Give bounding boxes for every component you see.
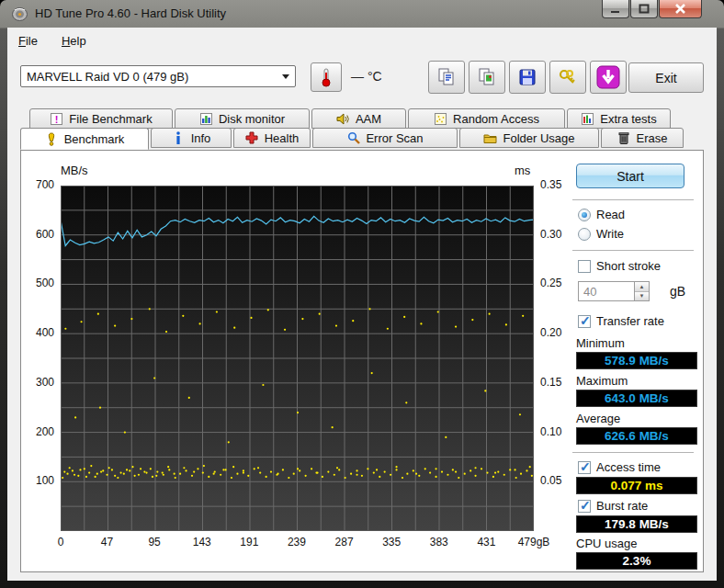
separator	[572, 250, 694, 251]
tick-label: 100	[36, 474, 54, 487]
size-input[interactable]: 40	[578, 281, 635, 301]
copy-text-icon	[436, 67, 457, 87]
tick-label: 383	[430, 536, 448, 548]
save-button[interactable]	[509, 61, 546, 94]
controls-column: Start Read Write Short stroke 40	[572, 151, 701, 571]
title-bar[interactable]: HD Tune Pro 4.60 - Hard Disk Utility	[0, 0, 724, 28]
maximize-button[interactable]	[630, 0, 658, 18]
tab-file-benchmark[interactable]: ! File Benchmark	[29, 108, 173, 129]
spinner-buttons[interactable]: ▲ ▼	[635, 281, 650, 301]
tab-aam[interactable]: AAM	[311, 108, 406, 129]
health-cross-icon	[245, 131, 259, 145]
cpu-usage-value: 2.3%	[576, 552, 697, 570]
tick-label: 0.20	[540, 326, 561, 339]
tick-label: 600	[36, 228, 54, 241]
tab-label: Health	[265, 131, 300, 145]
tick-label: 47	[101, 536, 113, 548]
tab-disk-monitor[interactable]: Disk monitor	[175, 108, 310, 129]
temperature-readout: — °C	[351, 69, 382, 84]
menu-item-file[interactable]: File	[18, 34, 38, 48]
tab-strip: ! File Benchmark Disk monitor AAM	[7, 108, 717, 151]
cpu-usage-label: CPU usage	[576, 537, 637, 550]
tab-label: Random Access	[453, 112, 539, 126]
trash-icon	[617, 131, 631, 145]
y-left-axis-title: MB/s	[61, 164, 88, 177]
random-access-icon	[434, 112, 447, 126]
average-value: 626.6 MB/s	[576, 427, 697, 445]
access-time-checkbox[interactable]: Access time	[578, 460, 661, 474]
tick-label: 287	[335, 536, 354, 548]
screenshot-button[interactable]	[590, 61, 627, 94]
copy-image-icon	[477, 67, 497, 87]
copy-image-button[interactable]	[469, 61, 505, 94]
tab-info[interactable]: Info	[151, 128, 232, 148]
checkbox-checked-icon	[578, 315, 591, 328]
tick-label: 0.15	[540, 376, 561, 389]
exit-label: Exit	[655, 71, 676, 85]
tab-label: AAM	[356, 112, 381, 126]
burst-rate-checkbox[interactable]: Burst rate	[578, 499, 648, 513]
read-label: Read	[596, 208, 625, 221]
start-button[interactable]: Start	[576, 164, 684, 188]
maximum-label: Maximum	[576, 374, 628, 388]
write-radio[interactable]: Write	[578, 227, 624, 241]
tab-health[interactable]: Health	[233, 128, 311, 148]
transfer-rate-label: Transfer rate	[596, 314, 664, 328]
temperature-button[interactable]	[311, 62, 342, 92]
file-benchmark-icon: !	[50, 112, 63, 126]
minimize-button[interactable]	[602, 0, 629, 18]
short-stroke-checkbox[interactable]: Short stroke	[578, 259, 661, 273]
tab-extra-tests[interactable]: Extra tests	[567, 108, 671, 129]
svg-text:!: !	[55, 113, 59, 124]
separator	[572, 452, 694, 453]
info-icon	[172, 131, 186, 145]
read-radio[interactable]: Read	[578, 208, 625, 221]
transfer-rate-checkbox[interactable]: Transfer rate	[578, 314, 664, 328]
options-button[interactable]	[549, 61, 586, 94]
minimum-label: Minimum	[576, 336, 625, 350]
tab-label: File Benchmark	[69, 112, 152, 126]
checkbox-icon	[578, 260, 591, 273]
options-keys-icon	[558, 67, 578, 87]
tab-label: Disk monitor	[219, 112, 285, 126]
write-label: Write	[596, 227, 624, 241]
tick-label: 700	[36, 178, 54, 191]
tab-random-access[interactable]: Random Access	[408, 108, 565, 129]
copy-text-button[interactable]	[428, 61, 465, 94]
tab-label: Error Scan	[366, 131, 423, 145]
benchmark-icon	[45, 132, 59, 146]
toolbar: MARVELL Raid VD 0 (479 gB) — °C	[7, 53, 717, 103]
spin-down-icon[interactable]: ▼	[635, 292, 649, 301]
app-icon	[12, 6, 28, 22]
spin-up-icon[interactable]: ▲	[635, 282, 649, 292]
disk-monitor-icon	[199, 112, 213, 126]
tab-benchmark[interactable]: Benchmark	[20, 128, 149, 150]
tick-label: 335	[382, 536, 401, 548]
client-area: FileHelp MARVELL Raid VD 0 (479 gB) — °C	[7, 28, 717, 581]
tab-folder-usage[interactable]: Folder Usage	[459, 128, 599, 148]
drive-select-dropdown[interactable]: MARVELL Raid VD 0 (479 gB)	[20, 65, 296, 87]
thermometer-icon	[321, 67, 332, 87]
folder-icon	[483, 131, 497, 145]
tick-label: 191	[240, 536, 258, 548]
exit-button[interactable]: Exit	[628, 62, 704, 93]
app-window: HD Tune Pro 4.60 - Hard Disk Utility Fil…	[0, 0, 724, 588]
tab-erase[interactable]: Erase	[601, 128, 684, 148]
menu-item-help[interactable]: Help	[62, 34, 86, 48]
magnifier-icon	[346, 131, 360, 145]
short-stroke-label: Short stroke	[596, 259, 661, 273]
tick-label: 300	[36, 376, 54, 389]
benchmark-chart	[61, 186, 534, 531]
benchmark-panel: MB/s ms 7006005004003002001000.350.300.2…	[20, 150, 704, 572]
tick-label: 239	[288, 536, 306, 548]
burst-rate-value: 179.8 MB/s	[576, 515, 697, 533]
size-unit-label: gB	[670, 284, 685, 299]
tick-label: 400	[36, 326, 54, 339]
tick-label: 95	[148, 536, 160, 548]
size-spinner[interactable]: 40 ▲ ▼ gB	[578, 281, 685, 301]
tick-label: 500	[36, 277, 54, 289]
tab-error-scan[interactable]: Error Scan	[312, 128, 458, 148]
window-title: HD Tune Pro 4.60 - Hard Disk Utility	[35, 6, 226, 20]
close-button[interactable]	[659, 0, 702, 18]
speaker-icon	[336, 112, 350, 126]
